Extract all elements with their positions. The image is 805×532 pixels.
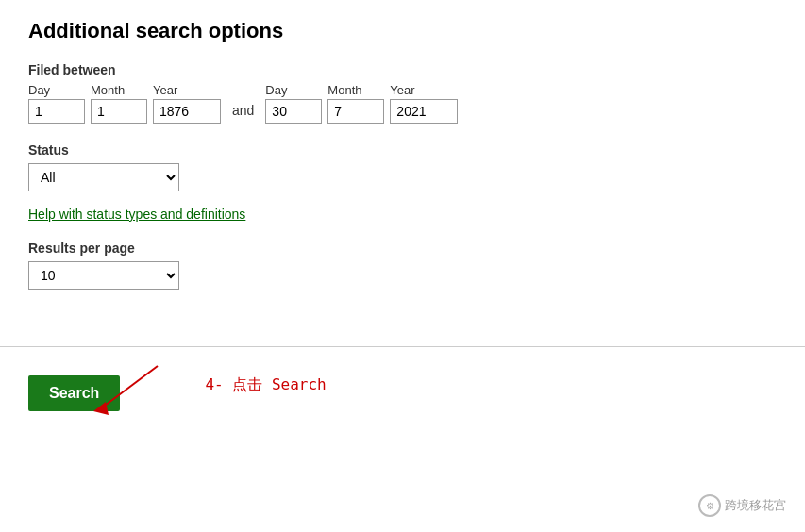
date1-day-label: Day: [28, 83, 85, 97]
status-section: Status All Active Inactive Pending: [28, 142, 727, 191]
watermark-text: 跨境移花宫: [725, 497, 786, 514]
date2-day-label: Day: [265, 83, 322, 97]
annotation-text: 4- 点击 Search: [205, 375, 326, 393]
date1-year-group: Year: [153, 83, 221, 124]
help-link[interactable]: Help with status types and definitions: [28, 207, 245, 222]
search-button[interactable]: Search: [28, 375, 120, 411]
date2-year-label: Year: [390, 83, 458, 97]
date1-month-group: Month: [91, 83, 147, 124]
results-per-page-section: Results per page 10 25 50 100: [28, 241, 727, 290]
date1-year-input[interactable]: [153, 99, 221, 124]
divider: [0, 346, 805, 347]
status-label: Status: [28, 142, 727, 158]
date2-month-input[interactable]: [327, 99, 384, 124]
date-range-row: Day Month Year and Day Month Year: [28, 83, 727, 124]
date1-day-group: Day: [28, 83, 85, 124]
date1-year-label: Year: [153, 83, 221, 97]
date1-day-input[interactable]: [28, 99, 85, 124]
date1-month-input[interactable]: [91, 99, 147, 124]
main-container: Additional search options Filed between …: [0, 0, 755, 337]
bottom-bar: Search 4- 点击 Search: [0, 366, 805, 421]
page-title: Additional search options: [28, 19, 727, 43]
date2-day-input[interactable]: [265, 99, 322, 124]
results-per-page-label: Results per page: [28, 241, 727, 256]
watermark: ⚙ 跨境移花宫: [698, 494, 786, 517]
date2-day-group: Day: [265, 83, 322, 124]
annotation-container: 4- 点击 Search: [129, 375, 326, 395]
date2-year-group: Year: [390, 83, 458, 124]
status-select[interactable]: All Active Inactive Pending: [28, 163, 179, 191]
filed-between-label: Filed between: [28, 62, 727, 77]
and-label: and: [232, 103, 254, 124]
results-per-page-select[interactable]: 10 25 50 100: [28, 261, 179, 290]
watermark-icon: ⚙: [698, 494, 721, 517]
date1-month-label: Month: [91, 83, 147, 97]
date2-month-label: Month: [327, 83, 384, 97]
date2-month-group: Month: [327, 83, 384, 124]
date2-year-input[interactable]: [390, 99, 458, 124]
